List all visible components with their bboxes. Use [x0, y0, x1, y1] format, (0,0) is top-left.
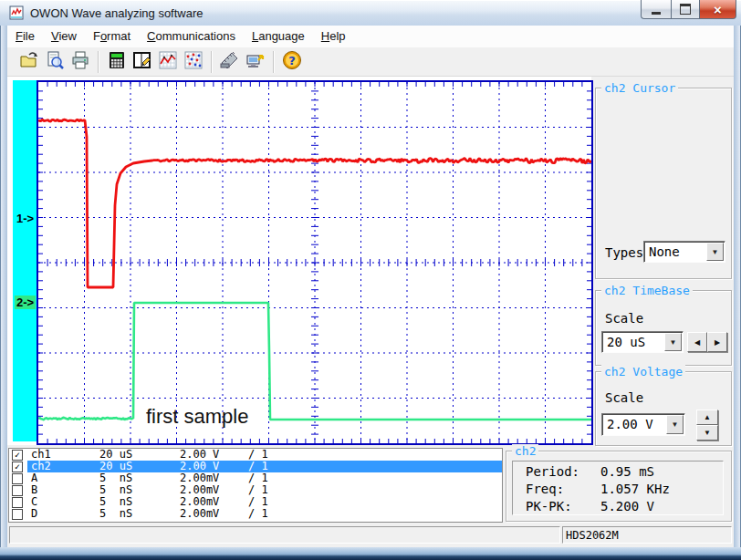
timebase-decrease-button[interactable]: ◀ [687, 332, 707, 352]
cursor-types-label: Types [605, 245, 643, 260]
print-icon [69, 49, 91, 75]
ch2-cursor-group-title: ch2 Cursor [601, 81, 678, 95]
toolbar-separator [211, 51, 213, 73]
open-file-icon [18, 49, 40, 75]
app-window: OWON Wave analyzing software × FileViewF… [0, 0, 741, 560]
channel-checkbox[interactable]: ✓ [12, 461, 23, 472]
minimize-icon [652, 12, 661, 15]
ch2-cursor-group: ch2 Cursor Types None ▼ [595, 88, 732, 279]
voltage-decrease-button[interactable]: ▼ [696, 425, 718, 441]
channel-checkbox[interactable] [12, 497, 23, 508]
print-preview-icon [44, 49, 66, 75]
menu-item-file[interactable]: File [7, 26, 43, 47]
edit-window-icon [131, 49, 153, 75]
annotation-first-sample: first sample [146, 405, 248, 428]
measure-icon [219, 49, 241, 75]
edit-window-button[interactable] [130, 49, 155, 75]
window-title: OWON Wave analyzing software [30, 6, 204, 20]
cursor-type-select[interactable]: None ▼ [643, 241, 725, 263]
status-pane-device: HDS2062M [562, 526, 732, 544]
channel-row-d[interactable]: D5 nS2.00mV/ 1 [9, 508, 502, 520]
app-icon [9, 5, 24, 20]
measurement-freq: Freq:1.057 KHz [513, 481, 723, 498]
data-table-icon [106, 49, 128, 75]
open-file-button[interactable] [16, 49, 42, 75]
channel-voltage: 2.00mV [180, 508, 219, 520]
toolbar-separator [98, 51, 99, 73]
ch2-voltage-group: ch2 Voltage Scale 2.00 V ▼ ▲ ▼ [595, 371, 732, 446]
channel-checkbox[interactable] [12, 473, 23, 484]
channel-checkbox[interactable] [12, 509, 23, 520]
scatter-chart-button[interactable] [181, 49, 206, 75]
close-icon: × [714, 3, 722, 16]
voltage-scale-select[interactable]: 2.00 V ▼ [601, 413, 685, 436]
data-table-button[interactable] [104, 49, 130, 75]
measurement-period: Period:0.95 mS [513, 463, 723, 481]
svg-text:?: ? [288, 54, 296, 67]
measure-button[interactable] [217, 49, 243, 75]
ch2-timebase-group-title: ch2 TimeBase [601, 284, 693, 297]
maximize-icon [680, 4, 691, 15]
ch2-measurements-group: ch2 Period:0.95 mSFreq:1.057 KHzPK-PK:5.… [506, 451, 732, 522]
status-pane-empty [9, 526, 560, 544]
channel-marker-strip [13, 80, 37, 441]
channel-checkbox[interactable] [12, 485, 23, 496]
close-button[interactable]: × [700, 0, 736, 19]
menu-item-communications[interactable]: Communications [139, 26, 244, 47]
window-border-left [0, 26, 7, 547]
chevron-down-icon[interactable]: ▼ [664, 333, 682, 351]
timebase-increase-button[interactable]: ▶ [707, 332, 727, 352]
channel-probe: / 1 [248, 508, 268, 520]
window-controls: × [641, 0, 736, 19]
scatter-chart-icon [183, 49, 204, 75]
ch2-measurements-group-title: ch2 [512, 444, 538, 458]
print-button[interactable] [68, 49, 93, 75]
timebase-scale-label: Scale [605, 311, 643, 326]
help-button[interactable]: ? [279, 49, 305, 75]
menu-item-view[interactable]: View [43, 26, 85, 47]
timebase-scale-select[interactable]: 20 uS ▼ [601, 331, 684, 353]
status-bar: HDS2062M [7, 524, 734, 547]
waveform-panel: 1-> 2-> first sample [7, 77, 591, 445]
minimize-button[interactable] [641, 0, 671, 19]
maximize-button[interactable] [671, 0, 700, 19]
channel-name: D [31, 508, 37, 520]
toolbar: ? [7, 47, 734, 77]
toolbar-separator [273, 51, 275, 73]
window-border-bottom [0, 547, 741, 560]
channel1-marker[interactable]: 1-> [15, 212, 36, 225]
window-border-right [734, 26, 741, 547]
ch2-timebase-group: ch2 TimeBase Scale 20 uS ▼ ◀ ▶ [595, 290, 732, 366]
channel-timebase: 5 nS [99, 508, 132, 520]
help-icon: ? [281, 49, 303, 75]
voltage-increase-button[interactable]: ▲ [696, 410, 718, 425]
measurement-pk-pk: PK-PK:5.200 V [513, 498, 723, 515]
menu-bar: FileViewFormatCommunicationsLanguageHelp [7, 26, 734, 48]
channel-checkbox[interactable]: ✓ [12, 450, 23, 461]
transfer-icon [245, 49, 266, 75]
chevron-down-icon[interactable]: ▼ [666, 415, 684, 434]
ch2-measurements: Period:0.95 mSFreq:1.057 KHzPK-PK:5.200 … [512, 461, 724, 515]
chevron-down-icon[interactable]: ▼ [706, 243, 724, 261]
line-chart-button[interactable] [155, 49, 181, 75]
transfer-button[interactable] [243, 49, 268, 75]
channel-list: ✓ch120 uS2.00 V/ 1✓ch220 uS2.00 V/ 1A5 n… [8, 448, 503, 523]
line-chart-icon [157, 49, 179, 75]
menu-item-help[interactable]: Help [313, 26, 354, 47]
menu-item-language[interactable]: Language [244, 26, 313, 47]
voltage-scale-label: Scale [605, 390, 643, 405]
menu-item-format[interactable]: Format [85, 26, 139, 47]
channel2-marker[interactable]: 2-> [15, 296, 36, 309]
title-bar[interactable]: OWON Wave analyzing software × [0, 0, 741, 26]
waveform-plot: first sample [37, 80, 593, 445]
print-preview-button[interactable] [42, 49, 68, 75]
ch2-voltage-group-title: ch2 Voltage [601, 365, 685, 379]
